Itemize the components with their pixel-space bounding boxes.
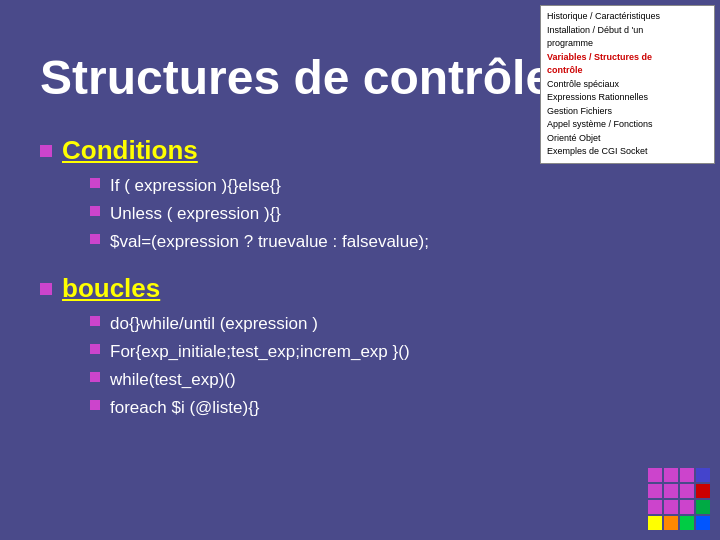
- conditions-items: If ( expression ){}else{} Unless ( expre…: [90, 174, 680, 253]
- list-item: For{exp_initiale;test_exp;increm_exp }(): [90, 340, 680, 364]
- color-square: [696, 484, 710, 498]
- info-line-3: programme: [547, 37, 708, 51]
- info-line-5: contrôle: [547, 64, 708, 78]
- condition-item-2: Unless ( expression ){}: [110, 202, 281, 226]
- color-square: [696, 516, 710, 530]
- color-square: [680, 484, 694, 498]
- boucles-items: do{}while/until (expression ) For{exp_in…: [90, 312, 680, 419]
- color-square: [664, 516, 678, 530]
- color-square: [680, 500, 694, 514]
- list-item: foreach $i (@liste){}: [90, 396, 680, 420]
- list-item: Unless ( expression ){}: [90, 202, 680, 226]
- list-item: while(test_exp)(): [90, 368, 680, 392]
- info-line-1: Historique / Caractéristiques: [547, 10, 708, 24]
- list-item: If ( expression ){}else{}: [90, 174, 680, 198]
- info-line-7: Expressions Rationnelles: [547, 91, 708, 105]
- boucle-item-1: do{}while/until (expression ): [110, 312, 318, 336]
- sub-bullet-6: [90, 372, 100, 382]
- section-title-boucles: boucles: [40, 273, 680, 304]
- sub-bullet-3: [90, 234, 100, 244]
- color-square: [648, 500, 662, 514]
- boucle-item-2: For{exp_initiale;test_exp;increm_exp }(): [110, 340, 410, 364]
- color-square: [680, 468, 694, 482]
- sub-bullet-1: [90, 178, 100, 188]
- color-square: [648, 468, 662, 482]
- info-line-4: Variables / Structures de: [547, 51, 708, 65]
- condition-item-1: If ( expression ){}else{}: [110, 174, 281, 198]
- color-square: [664, 500, 678, 514]
- info-line-2: Installation / Début d 'un: [547, 24, 708, 38]
- info-line-6: Contrôle spéciaux: [547, 78, 708, 92]
- color-square: [664, 468, 678, 482]
- color-square: [696, 500, 710, 514]
- bullet-boucles: [40, 283, 52, 295]
- sub-bullet-5: [90, 344, 100, 354]
- list-item: $val=(expression ? truevalue : falsevalu…: [90, 230, 680, 254]
- list-item: do{}while/until (expression ): [90, 312, 680, 336]
- info-line-8: Gestion Fichiers: [547, 105, 708, 119]
- color-squares-decoration: [648, 468, 710, 530]
- sub-bullet-7: [90, 400, 100, 410]
- boucle-item-4: foreach $i (@liste){}: [110, 396, 260, 420]
- info-line-10: Orienté Objet: [547, 132, 708, 146]
- boucle-item-3: while(test_exp)(): [110, 368, 236, 392]
- color-square: [648, 484, 662, 498]
- condition-item-3: $val=(expression ? truevalue : falsevalu…: [110, 230, 429, 254]
- sub-bullet-2: [90, 206, 100, 216]
- color-square: [696, 468, 710, 482]
- color-square: [648, 516, 662, 530]
- section-boucles: boucles do{}while/until (expression ) Fo…: [40, 273, 680, 419]
- info-line-11: Exemples de CGI Socket: [547, 145, 708, 159]
- info-box: Historique / Caractéristiques Installati…: [540, 5, 715, 164]
- color-square: [664, 484, 678, 498]
- sub-bullet-4: [90, 316, 100, 326]
- slide: Historique / Caractéristiques Installati…: [0, 0, 720, 540]
- bullet-conditions: [40, 145, 52, 157]
- color-square: [680, 516, 694, 530]
- info-line-9: Appel système / Fonctions: [547, 118, 708, 132]
